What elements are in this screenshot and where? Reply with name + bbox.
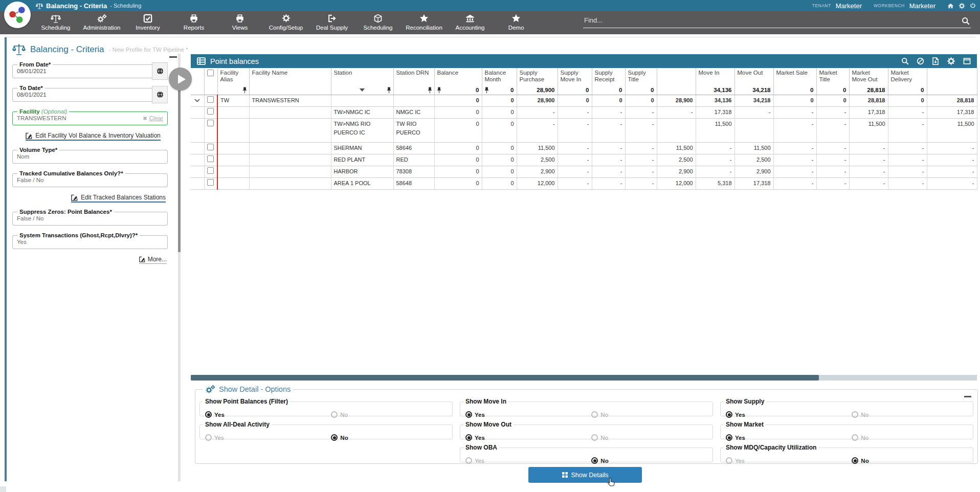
nav-item-accounting[interactable]: Accounting — [447, 11, 493, 34]
edit-tracked-stations-link[interactable]: Edit Tracked Balances Stations — [71, 194, 166, 203]
gear-icon[interactable] — [947, 57, 955, 65]
column-header-market_title[interactable]: Market Title0 — [816, 68, 849, 95]
cell-supply_title: - — [625, 166, 657, 177]
show-market-yes-radio[interactable]: Yes — [726, 434, 745, 441]
edit-facility-vol-link[interactable]: Edit Facility Vol Balance & Inventory Va… — [26, 132, 161, 141]
show-oba-yes-radio[interactable]: Yes — [465, 457, 484, 464]
panel-splitter[interactable] — [178, 54, 181, 481]
column-header-supply_purchase[interactable]: Supply Purchase28,900 — [517, 68, 558, 95]
show-point-balances-filter-no-radio[interactable]: No — [331, 411, 348, 418]
row-checkbox[interactable] — [207, 120, 214, 126]
show-move-out-no-radio[interactable]: No — [591, 434, 608, 441]
collapse-options-button[interactable] — [964, 396, 971, 397]
nav-item-reconciliation[interactable]: Reconciliation — [401, 11, 447, 34]
workbench-value[interactable]: Marketer — [909, 2, 936, 10]
column-header-balance_month[interactable]: Balance Month0 — [482, 68, 517, 95]
row-checkbox[interactable] — [207, 155, 214, 162]
nav-item-config-setup[interactable]: Config/Setup — [263, 11, 309, 34]
column-header-station[interactable]: Station — [331, 68, 393, 95]
to-date-calendar-button[interactable] — [152, 86, 168, 103]
column-header-market_sale[interactable]: Market Sale0 — [773, 68, 816, 95]
volume-type-value[interactable]: Nom — [16, 153, 164, 161]
show-point-balances-filter-yes-radio[interactable]: Yes — [205, 411, 225, 418]
column-header-supply_total[interactable]: Supply Total28,900 — [657, 68, 696, 95]
export-icon[interactable] — [932, 57, 939, 65]
column-header-market_total[interactable]: Market Total28,818 — [927, 68, 977, 95]
column-header-facility_name[interactable]: Facility Name — [249, 68, 331, 95]
pin-icon[interactable] — [428, 87, 432, 94]
nav-item-inventory[interactable]: Inventory — [125, 11, 171, 34]
cell-move_out[interactable]: 11,500 — [734, 142, 773, 154]
home-icon[interactable] — [947, 3, 954, 9]
horizontal-scrollbar-thumb[interactable] — [191, 375, 819, 381]
column-header-station_drn[interactable]: Station DRN — [393, 68, 434, 95]
facility-value[interactable]: TRANSWESTERN — [17, 115, 66, 122]
find-input[interactable] — [583, 15, 971, 28]
nav-item-scheduling[interactable]: Scheduling — [33, 11, 79, 34]
nav-item-administration[interactable]: Administration — [79, 11, 125, 34]
show-supply-yes-radio[interactable]: Yes — [726, 411, 745, 418]
pin-icon[interactable] — [484, 87, 489, 94]
nav-item-reports[interactable]: Reports — [171, 11, 217, 34]
window-icon[interactable] — [963, 58, 971, 64]
column-header-supply_title[interactable]: Supply Title0 — [625, 68, 657, 95]
show-market-no-radio[interactable]: No — [852, 434, 868, 441]
option-label: Show All-Deal Activity — [203, 421, 272, 428]
show-mdq-capacity-utilization-no-radio[interactable]: No — [852, 457, 868, 464]
collapse-criteria-button[interactable] — [169, 56, 177, 58]
gear-icon[interactable] — [959, 3, 965, 9]
show-move-out-yes-radio[interactable]: Yes — [465, 434, 485, 441]
pin-icon[interactable] — [437, 87, 441, 94]
search-icon[interactable] — [962, 17, 970, 25]
pin-icon[interactable] — [387, 87, 391, 94]
column-header-balance[interactable]: Balance0 — [434, 68, 482, 95]
from-date-calendar-button[interactable] — [152, 62, 168, 80]
from-date-value[interactable]: 08/01/2021 — [16, 68, 164, 75]
column-header-check[interactable] — [204, 68, 217, 95]
column-header-market_delivery[interactable]: Market Delivery0 — [888, 68, 927, 95]
filter-caret-icon[interactable] — [360, 88, 365, 92]
horizontal-scrollbar[interactable] — [191, 375, 977, 381]
column-header-move_out[interactable]: Move Out34,218 — [734, 68, 773, 95]
show-move-in-no-radio[interactable]: No — [591, 411, 608, 418]
row-checkbox[interactable] — [207, 108, 214, 115]
nav-item-scheduling-2[interactable]: Scheduling — [355, 11, 401, 34]
show-mdq-capacity-utilization-yes-radio[interactable]: Yes — [726, 457, 745, 464]
tenant-value[interactable]: Marketer — [836, 2, 862, 10]
column-header-supply_move_in[interactable]: Supply Move In0 — [558, 68, 592, 95]
to-date-value[interactable]: 08/01/2021 — [16, 91, 164, 99]
show-all-deal-activity-no-radio[interactable]: No — [331, 434, 348, 441]
pin-icon[interactable] — [242, 87, 247, 94]
suppress-zeros-value[interactable]: False / No — [16, 215, 164, 222]
power-icon[interactable] — [970, 3, 976, 9]
show-oba-no-radio[interactable]: No — [591, 457, 608, 464]
column-header-facility_alias[interactable]: Facility Alias — [217, 68, 249, 95]
show-move-in-yes-radio[interactable]: Yes — [465, 411, 485, 418]
tracked-balances-value[interactable]: False / No — [16, 176, 164, 184]
column-header-move_in[interactable]: Move In34,136 — [696, 68, 734, 95]
splitter-scrollbar-thumb[interactable] — [178, 68, 181, 252]
criteria-panel: Balancing - Criteria - New Profile for T… — [5, 37, 178, 481]
row-checkbox[interactable] — [207, 167, 214, 174]
show-all-deal-activity-yes-radio[interactable]: Yes — [205, 434, 224, 441]
search-icon[interactable] — [901, 57, 909, 65]
collapse-row-icon[interactable] — [194, 99, 200, 102]
column-header-market_move_out[interactable]: Market Move Out28,818 — [849, 68, 888, 95]
column-header-supply_receipt[interactable]: Supply Receipt0 — [592, 68, 625, 95]
row-checkbox[interactable] — [207, 96, 214, 103]
show-details-button[interactable]: Show Details — [528, 467, 642, 483]
select-all-checkbox[interactable] — [207, 70, 214, 76]
more-link[interactable]: More... — [139, 256, 167, 264]
nav-item-views[interactable]: Views — [217, 11, 263, 34]
clear-facility-link[interactable]: ✖ Clear — [143, 115, 163, 122]
run-criteria-button[interactable] — [169, 68, 192, 91]
nav-item-deal-supply[interactable]: Deal Supply — [309, 11, 355, 34]
app-logo[interactable] — [4, 2, 31, 28]
system-transactions-value[interactable]: Yes — [16, 238, 164, 246]
radio-icon — [465, 411, 472, 418]
nav-item-demo[interactable]: Demo — [493, 11, 539, 34]
slash-circle-icon[interactable] — [917, 57, 924, 65]
row-checkbox[interactable] — [207, 179, 214, 186]
row-checkbox[interactable] — [207, 144, 214, 150]
show-supply-no-radio[interactable]: No — [852, 411, 868, 418]
